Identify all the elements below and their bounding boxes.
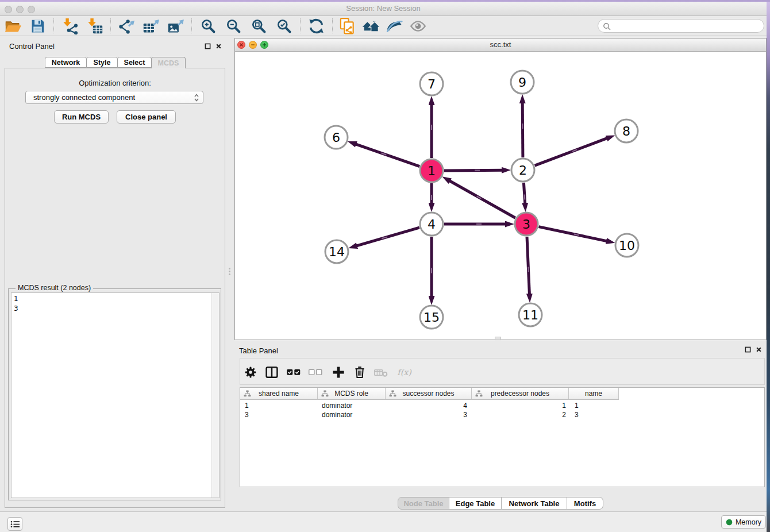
zoom-out-button[interactable]: [223, 17, 244, 35]
node-7[interactable]: 7: [420, 72, 443, 95]
control-panel-tab-select[interactable]: Select: [117, 57, 152, 68]
criterion-value: strongly connected component: [33, 93, 135, 102]
control-panel-tab-mcds[interactable]: MCDS: [151, 57, 186, 68]
node-14[interactable]: 14: [325, 240, 348, 263]
column-header-shared-name[interactable]: shared name: [240, 388, 318, 400]
criterion-dropdown[interactable]: strongly connected component: [25, 91, 203, 104]
mcds-result-textarea[interactable]: 13: [11, 292, 220, 498]
window-minimize-button[interactable]: [16, 6, 24, 13]
refresh-view-button[interactable]: [306, 17, 326, 35]
table-row[interactable]: 1dominator411: [240, 401, 619, 410]
search-field[interactable]: [598, 19, 764, 33]
table-row[interactable]: 3dominator323: [240, 410, 619, 419]
edge-1-6[interactable]: [356, 144, 419, 167]
window-zoom-button[interactable]: [28, 6, 35, 13]
svg-text:15: 15: [424, 310, 440, 325]
import-table-button[interactable]: [84, 17, 105, 35]
window-close-button[interactable]: [5, 6, 12, 13]
table-settings-gear-button[interactable]: [242, 365, 259, 380]
hide-graphics-details-button[interactable]: [384, 17, 405, 35]
node-9[interactable]: 9: [511, 71, 534, 94]
column-header-MCDS-role[interactable]: MCDS role: [318, 388, 386, 400]
add-column-button[interactable]: [330, 365, 347, 380]
network-close-button[interactable]: [237, 41, 245, 49]
table-tab-motifs[interactable]: Motifs: [567, 497, 603, 510]
status-bar: Memory: [0, 511, 767, 532]
export-network-button[interactable]: [116, 17, 136, 35]
new-network-from-selection-button[interactable]: [337, 17, 357, 35]
import-network-button[interactable]: [60, 17, 80, 35]
edge-label-mark: [528, 267, 529, 272]
preview-eye-button[interactable]: [407, 17, 428, 35]
node-2[interactable]: 2: [511, 159, 534, 182]
zoom-in-button[interactable]: [198, 17, 218, 35]
close-panel-icon[interactable]: [215, 43, 222, 49]
table-tab-edge-table[interactable]: Edge Table: [449, 497, 502, 510]
edge-3-1[interactable]: [449, 181, 515, 218]
svg-text:6: 6: [332, 130, 340, 145]
svg-text:1: 1: [428, 164, 436, 178]
node-4[interactable]: 4: [420, 213, 443, 236]
close-panel-button[interactable]: Close panel: [117, 110, 176, 124]
zoom-fit-button[interactable]: [248, 17, 269, 35]
edge-3-11[interactable]: [527, 237, 529, 294]
node-1[interactable]: 1: [420, 159, 443, 182]
edge-1-2[interactable]: [444, 170, 502, 171]
mcds-result-title: MCDS result (2 nodes): [16, 284, 93, 292]
toolbar-separator: [300, 18, 301, 33]
float-panel-icon[interactable]: [205, 43, 211, 49]
app-title: Session: New Session: [0, 2, 767, 16]
memory-status-icon: [726, 519, 733, 526]
delete-table-button: [372, 365, 390, 380]
column-header-successor-nodes[interactable]: successor nodes: [386, 388, 472, 400]
delete-column-button[interactable]: [351, 365, 368, 380]
result-scrollbar[interactable]: [211, 293, 219, 498]
float-table-panel-icon[interactable]: [745, 346, 751, 353]
split-columns-button[interactable]: [263, 365, 280, 380]
mcds-result-line: 3: [14, 304, 219, 314]
node-15[interactable]: 15: [420, 306, 443, 329]
edge-label-mark: [522, 124, 523, 129]
deselect-all-rows-button[interactable]: [307, 365, 324, 380]
network-minimize-button[interactable]: [249, 41, 257, 49]
table-tab-network-table[interactable]: Network Table: [502, 497, 567, 510]
search-input[interactable]: [613, 21, 760, 31]
network-maximize-button[interactable]: [260, 41, 268, 49]
run-mcds-button[interactable]: Run MCDS: [54, 110, 109, 124]
panel-splitter-grip[interactable]: [229, 267, 232, 277]
control-panel-tab-network[interactable]: Network: [45, 57, 87, 68]
node-11[interactable]: 11: [519, 303, 542, 326]
zoom-selected-button[interactable]: [274, 17, 294, 35]
node-3[interactable]: 3: [515, 213, 538, 236]
cell: 1: [472, 401, 569, 410]
network-home-button[interactable]: [360, 17, 381, 35]
network-canvas[interactable]: 1234678910111415: [235, 52, 766, 340]
column-header-name[interactable]: name: [569, 388, 619, 400]
edge-4-14[interactable]: [357, 228, 419, 246]
export-image-button[interactable]: [165, 17, 186, 35]
save-session-button[interactable]: [27, 17, 48, 35]
open-file-button[interactable]: [2, 17, 23, 35]
network-window-titlebar[interactable]: scc.txt: [235, 38, 766, 52]
node-10[interactable]: 10: [615, 234, 638, 257]
panel-list-button[interactable]: [7, 517, 22, 531]
select-all-rows-button[interactable]: [285, 365, 302, 380]
network-scroll-grip[interactable]: [495, 337, 501, 340]
memory-button[interactable]: Memory: [721, 515, 766, 529]
node-6[interactable]: 6: [325, 126, 348, 149]
cell: dominator: [318, 410, 386, 419]
desktop-right-strip: [767, 2, 770, 532]
edge-2-3[interactable]: [523, 183, 525, 203]
close-table-panel-icon[interactable]: [756, 346, 762, 353]
table-tab-node-table[interactable]: Node Table: [398, 497, 449, 510]
control-panel-tab-style[interactable]: Style: [86, 57, 118, 68]
cell: 2: [472, 410, 569, 419]
edge-3-10[interactable]: [539, 227, 607, 241]
export-table-button[interactable]: [140, 17, 161, 35]
column-header-predecessor-nodes[interactable]: predecessor nodes: [472, 388, 569, 400]
app-titlebar: Session: New Session: [0, 2, 767, 16]
edge-2-9[interactable]: [522, 103, 523, 157]
mcds-result-line: 1: [14, 294, 219, 304]
node-8[interactable]: 8: [615, 119, 638, 142]
edge-2-8[interactable]: [535, 138, 607, 166]
